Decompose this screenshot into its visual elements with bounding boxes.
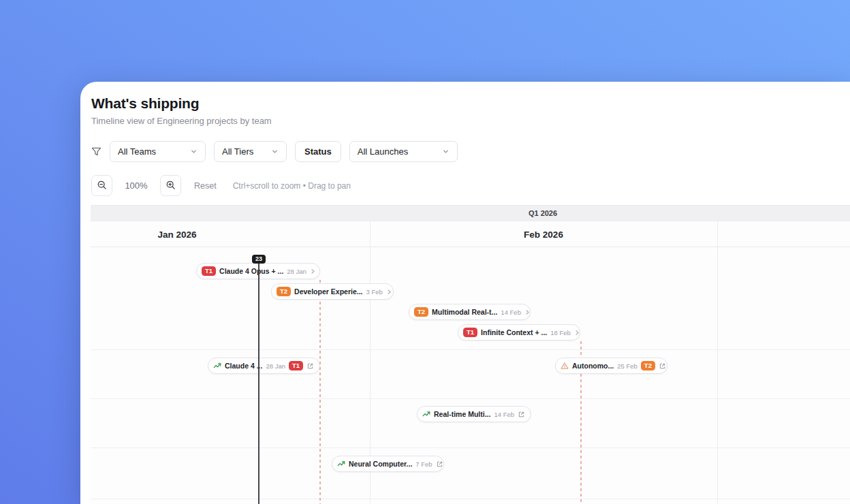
- chevron-down-icon: [442, 148, 450, 155]
- launch-date: 28 Jan: [266, 362, 285, 370]
- chevron-right-icon: [524, 309, 531, 315]
- zoom-hint-text: Ctrl+scroll to zoom • Drag to pan: [233, 181, 351, 191]
- milestone-pill-multimodal-realtime[interactable]: T2 Multimodal Real-t... 14 Feb: [409, 304, 531, 320]
- milestone-name: Claude 4 Opus + ...: [219, 267, 283, 275]
- whats-shipping-panel: What's shipping Timeline view of Enginee…: [80, 82, 850, 504]
- launch-pill-neural-computer[interactable]: Neural Computer... 7 Feb: [332, 456, 444, 472]
- launch-name: Claude 4 ...: [225, 362, 262, 370]
- row-separator: [91, 398, 850, 399]
- external-link-icon: [518, 411, 525, 418]
- month-label-jan: Jan 2026: [157, 229, 196, 239]
- zoom-out-button[interactable]: [91, 175, 112, 196]
- milestone-pill-developer-experience[interactable]: T2 Developer Experie... 3 Feb: [271, 283, 394, 300]
- month-divider: [717, 221, 718, 247]
- milestone-pill-infinite-context[interactable]: T1 Infinite Context + ... 18 Feb: [458, 324, 580, 341]
- milestone-date: 14 Feb: [501, 309, 521, 316]
- row-separator: [91, 447, 850, 448]
- chevron-right-icon: [317, 363, 320, 369]
- chevron-down-icon: [190, 148, 198, 155]
- launch-date: 14 Feb: [494, 411, 514, 418]
- today-marker-badge: 23: [252, 255, 266, 264]
- gradient-background: What's shipping Timeline view of Enginee…: [0, 0, 850, 504]
- tier-badge: T1: [463, 328, 477, 338]
- tier-badge: T1: [202, 266, 216, 277]
- tiers-filter-dropdown[interactable]: All Tiers: [214, 141, 287, 162]
- timeline: Q1 2026 Jan 2026 Feb 2026: [91, 205, 850, 504]
- launch-name: Neural Computer...: [349, 460, 412, 468]
- month-gridline: [717, 247, 718, 504]
- warning-icon: [561, 362, 569, 370]
- zoom-out-icon: [97, 180, 107, 192]
- teams-filter-value: All Teams: [118, 146, 156, 157]
- chevron-right-icon: [574, 330, 580, 336]
- tier-badge: T1: [289, 361, 303, 371]
- page-subtitle: Timeline view of Engineering projects by…: [91, 116, 850, 126]
- tier-badge: T2: [277, 287, 291, 297]
- milestone-date: 28 Jan: [287, 268, 306, 275]
- timeline-body: 23 T1 Claude 4 Opus + ... 28 Jan T2 Deve…: [91, 247, 850, 504]
- milestone-start-bracket: [196, 263, 198, 279]
- launch-name: Real-time Multi...: [434, 410, 490, 418]
- milestone-date: 3 Feb: [366, 288, 382, 296]
- tier-badge: T2: [641, 361, 655, 371]
- tiers-filter-value: All Tiers: [222, 146, 253, 157]
- chevron-right-icon: [529, 411, 531, 418]
- quarter-label: Q1 2026: [529, 209, 557, 217]
- month-divider: [370, 221, 371, 247]
- zoom-in-icon: [166, 180, 176, 192]
- trend-up-icon: [422, 410, 430, 418]
- launches-filter-dropdown[interactable]: All Launches: [349, 141, 458, 162]
- milestone-start-bracket: [458, 324, 460, 341]
- row-separator: [91, 499, 850, 499]
- milestone-name: Multimodal Real-t...: [432, 308, 497, 316]
- launch-pill-claude-4[interactable]: Claude 4 ... 28 Jan T1: [208, 358, 320, 374]
- milestone-date: 18 Feb: [550, 329, 571, 336]
- external-link-icon: [306, 362, 314, 370]
- status-filter-button[interactable]: Status: [295, 141, 341, 162]
- zoom-level-value: 100%: [112, 180, 160, 191]
- milestone-name: Developer Experie...: [294, 287, 362, 296]
- deadline-dashed-line: [319, 280, 321, 504]
- filter-bar: All Teams All Tiers Status All Launches: [91, 141, 850, 162]
- row-separator: [91, 349, 850, 350]
- chevron-right-icon: [310, 268, 316, 274]
- trend-up-icon: [213, 362, 221, 370]
- chevron-down-icon: [271, 148, 279, 155]
- external-link-icon: [659, 362, 666, 370]
- page-title: What's shipping: [91, 95, 850, 112]
- launch-pill-autonomous[interactable]: Autonomo... 25 Feb T2: [555, 358, 667, 374]
- launch-date: 25 Feb: [617, 362, 638, 370]
- launches-filter-value: All Launches: [358, 146, 408, 157]
- reset-zoom-button[interactable]: Reset: [194, 181, 217, 191]
- milestone-start-bracket: [409, 304, 411, 320]
- launch-pill-realtime-multi[interactable]: Real-time Multi... 14 Feb: [417, 406, 531, 422]
- tier-badge: T2: [414, 307, 428, 317]
- milestone-start-bracket: [271, 283, 273, 300]
- teams-filter-dropdown[interactable]: All Teams: [110, 141, 206, 162]
- month-header: Jan 2026 Feb 2026: [91, 221, 850, 247]
- launch-date: 7 Feb: [415, 460, 432, 468]
- zoom-in-button[interactable]: [160, 175, 181, 196]
- zoom-toolbar: 100% Reset Ctrl+scroll to zoom • Drag to…: [91, 175, 850, 196]
- launch-name: Autonomo...: [572, 362, 614, 370]
- trend-up-icon: [337, 460, 345, 468]
- chevron-right-icon: [386, 289, 392, 295]
- today-line: [258, 259, 259, 504]
- quarter-header: Q1 2026: [91, 205, 850, 221]
- filter-icon: [91, 146, 101, 157]
- external-link-icon: [436, 460, 443, 468]
- month-label-feb: Feb 2026: [524, 229, 563, 239]
- milestone-name: Infinite Context + ...: [481, 328, 547, 336]
